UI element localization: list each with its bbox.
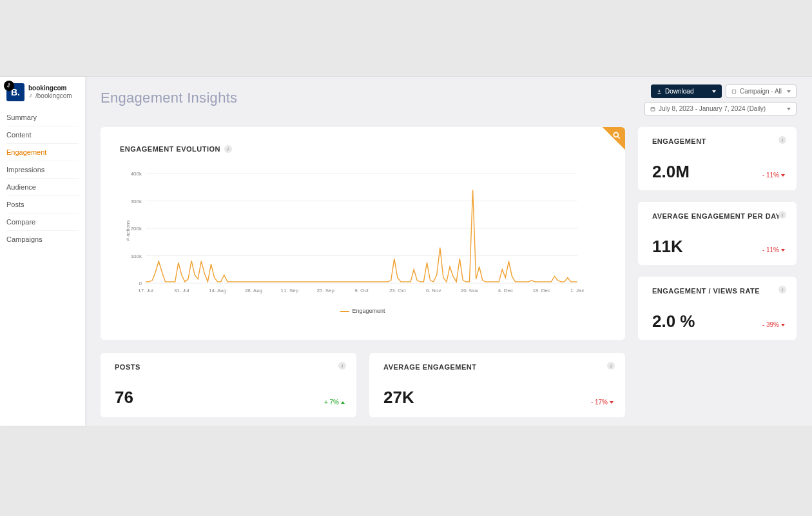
svg-text:100k: 100k: [131, 253, 142, 259]
nav-item-campaigns[interactable]: Campaigns: [6, 231, 79, 248]
profile-name: bookingcom: [28, 84, 72, 92]
chart-title: ENGAGEMENT EVOLUTION: [120, 145, 220, 153]
kpi-title: AVERAGE ENGAGEMENT PER DAY: [652, 212, 780, 220]
svg-text:11. Sep: 11. Sep: [281, 288, 299, 293]
svg-text:31. Jul: 31. Jul: [174, 288, 189, 293]
info-icon[interactable]: i: [778, 211, 786, 219]
kpi-card: AVERAGE ENGAGEMENT PER DAY i 11K - 11%: [638, 202, 797, 265]
svg-text:4. Dec: 4. Dec: [498, 288, 513, 293]
svg-text:25. Sep: 25. Sep: [316, 288, 334, 293]
stat-delta: - 17%: [591, 399, 614, 406]
profile-handle: /bookingcom: [28, 92, 72, 100]
svg-text:14. Aug: 14. Aug: [209, 288, 226, 293]
kpi-delta: - 11%: [762, 172, 785, 179]
svg-point-2: [614, 132, 618, 137]
sidebar: B. bookingcom /bookingcom SummaryContent…: [0, 77, 85, 426]
chevron-down-icon: [712, 90, 716, 93]
stat-delta: + 7%: [324, 399, 345, 406]
svg-text:17. Jul: 17. Jul: [138, 288, 153, 293]
chart-area: # actions 0100k200k300k400k17. Jul31. Ju…: [120, 167, 606, 314]
kpi-delta: - 11%: [762, 246, 785, 253]
nav-item-summary[interactable]: Summary: [6, 109, 79, 126]
stat-title: AVERAGE ENGAGEMENT: [383, 363, 476, 371]
kpi-card: ENGAGEMENT / VIEWS RATE i 2.0 % - 39%: [638, 277, 797, 340]
stat-value: 76: [115, 388, 342, 408]
chart-search-button[interactable]: [593, 127, 625, 159]
svg-text:23. Oct: 23. Oct: [389, 288, 407, 293]
nav-item-content[interactable]: Content: [6, 126, 79, 144]
daterange-select[interactable]: July 8, 2023 - January 7, 2024 (Daily): [644, 102, 797, 115]
svg-text:200k: 200k: [131, 226, 142, 232]
svg-text:1. Jan: 1. Jan: [570, 288, 584, 293]
search-icon: [612, 131, 621, 140]
chevron-down-icon: [787, 90, 791, 93]
nav-item-posts[interactable]: Posts: [6, 196, 79, 213]
profile-header[interactable]: B. bookingcom /bookingcom: [6, 83, 79, 106]
main: Engagement Insights Download Campaign - …: [85, 77, 812, 426]
chart-legend: Engagement: [120, 308, 606, 314]
nav-item-compare[interactable]: Compare: [6, 213, 79, 231]
info-icon[interactable]: i: [778, 136, 786, 144]
chevron-down-icon: [787, 108, 791, 110]
info-icon[interactable]: i: [778, 286, 786, 293]
svg-text:0: 0: [139, 281, 142, 286]
calendar-icon: [650, 106, 655, 112]
svg-text:18. Dec: 18. Dec: [532, 288, 550, 293]
info-icon[interactable]: i: [338, 362, 346, 370]
y-axis-label: # actions: [125, 220, 131, 241]
line-chart: 0100k200k300k400k17. Jul31. Jul14. Aug28…: [120, 167, 584, 303]
info-icon[interactable]: i: [224, 145, 232, 153]
nav-item-audience[interactable]: Audience: [6, 179, 79, 196]
svg-rect-1: [651, 107, 655, 110]
kpi-card: ENGAGEMENT i 2.0M - 11%: [638, 127, 797, 190]
svg-text:400k: 400k: [131, 171, 142, 177]
chart-card: ENGAGEMENT EVOLUTION i # actions 0100k20…: [101, 127, 625, 340]
svg-text:6. Nov: 6. Nov: [426, 288, 441, 293]
page-title: Engagement Insights: [101, 90, 237, 106]
top-controls: Download Campaign - All: [644, 84, 797, 115]
stat-title: POSTS: [115, 363, 140, 371]
stat-card: POSTS i 76 + 7%: [101, 353, 356, 417]
nav-item-impressions[interactable]: Impressions: [6, 161, 79, 179]
stat-card: AVERAGE ENGAGEMENT i 27K - 17%: [369, 353, 625, 417]
tiktok-icon: [4, 81, 14, 91]
kpi-title: ENGAGEMENT / VIEWS RATE: [652, 287, 760, 295]
nav: SummaryContentEngagementImpressionsAudie…: [6, 109, 79, 248]
campaign-select[interactable]: Campaign - All: [726, 84, 797, 98]
svg-text:20. Nov: 20. Nov: [461, 288, 479, 293]
kpi-title: ENGAGEMENT: [652, 137, 706, 145]
svg-rect-0: [732, 90, 735, 93]
stat-value: 27K: [383, 388, 611, 408]
download-button[interactable]: Download: [651, 84, 722, 98]
kpi-delta: - 39%: [762, 321, 785, 328]
svg-text:28. Aug: 28. Aug: [245, 288, 262, 293]
svg-text:300k: 300k: [131, 199, 142, 204]
nav-item-engagement[interactable]: Engagement: [6, 144, 79, 161]
svg-text:9. Oct: 9. Oct: [354, 288, 369, 293]
info-icon[interactable]: i: [607, 362, 615, 370]
